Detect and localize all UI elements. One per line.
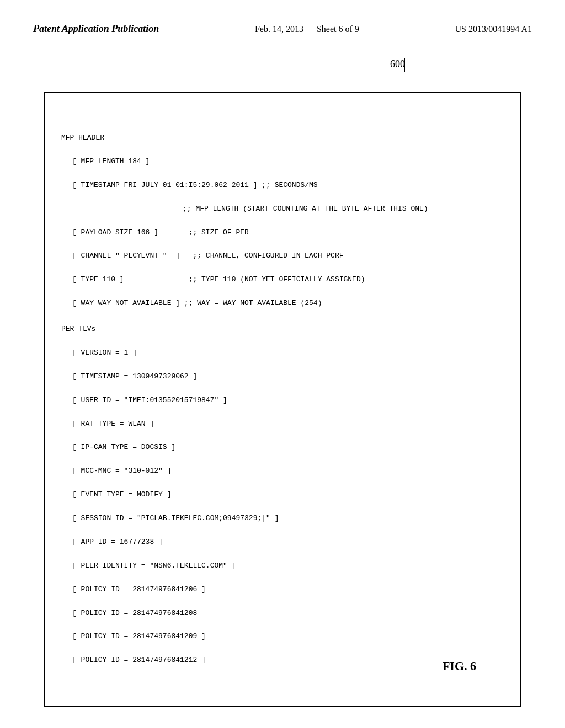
code-content: MFP HEADER [ MFP LENGTH 184 ] [ TIMESTAM… [61,120,504,690]
publication-date: Feb. 14, 2013 [255,24,303,34]
code-line-19: [ POLICY ID = 281474976841209 ] [72,630,504,642]
patent-number: US 2013/0041994 A1 [455,22,532,36]
code-line-18: [ POLICY ID = 281474976841208 [72,607,504,619]
code-line-8: [ TIMESTAMP = 1309497329062 ] [72,371,504,382]
code-line-9: [ USER ID = "IMEI:013552015719847" ] [72,394,504,406]
code-line-3: [ PAYLOAD SIZE 166 ] ;; SIZE OF PER [72,227,504,238]
code-line-6: [ WAY WAY_NOT_AVAILABLE ] ;; WAY = WAY_N… [72,297,504,309]
main-content: 600 MFP HEADER [ MFP LENGTH 184 ] [ TIME… [0,47,565,728]
code-line-15: [ APP ID = 16777238 ] [72,536,504,548]
figure-label: FIG. 6 [443,659,476,673]
section-header-mfp: MFP HEADER [61,132,504,143]
code-line-14: [ SESSION ID = "PICLAB.TEKELEC.COM;09497… [72,512,504,524]
code-line-2: [ TIMESTAMP FRI JULY 01 01:I5:29.062 201… [72,179,504,191]
code-line-1: [ MFP LENGTH 184 ] [72,156,504,167]
code-line-16: [ PEER IDENTITY = "NSN6.TEKELEC.COM" ] [72,560,504,571]
code-comment-1: ;; MFP LENGTH (START COUNTING AT THE BYT… [183,203,504,215]
section-header-per: PER TLVs [61,323,504,335]
code-line-13: [ EVENT TYPE = MODIFY ] [72,489,504,500]
page-header: Patent Application Publication Feb. 14, … [0,0,565,47]
reference-number: 600 [390,58,405,69]
code-line-11: [ IP-CAN TYPE = DOCSIS ] [72,441,504,453]
code-line-12: [ MCC-MNC = "310-012" ] [72,465,504,477]
publication-title: Patent Application Publication [33,22,159,36]
publication-date-sheet: Feb. 14, 2013 Sheet 6 of 9 [255,22,359,36]
code-line-7: [ VERSION = 1 ] [72,347,504,358]
code-line-5: [ TYPE 110 ] ;; TYPE 110 (NOT YET OFFICI… [72,274,504,285]
code-line-4: [ CHANNEL " PLCYEVNT " ] ;; CHANNEL, CON… [72,250,504,261]
diagram-box: MFP HEADER [ MFP LENGTH 184 ] [ TIMESTAM… [44,92,521,707]
code-line-20: [ POLICY ID = 281474976841212 ] [72,654,504,666]
code-line-17: [ POLICY ID = 281474976841206 ] [72,584,504,595]
code-line-10: [ RAT TYPE = WLAN ] [72,418,504,430]
sheet-info: Sheet 6 of 9 [317,24,359,34]
